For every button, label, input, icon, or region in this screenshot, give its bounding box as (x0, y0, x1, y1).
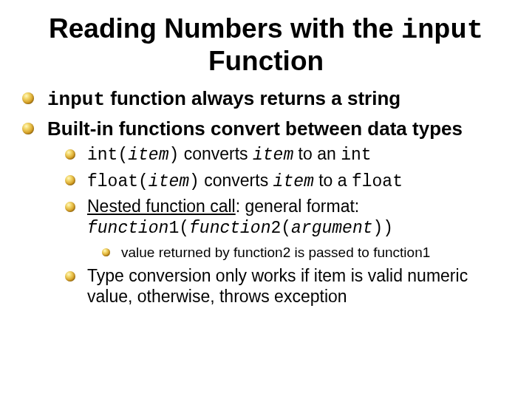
sphere-bullet-icon (65, 202, 75, 212)
list-item-text: value returned by function2 is passed to… (121, 245, 430, 260)
bullet-list: input function always returns a stringBu… (22, 87, 510, 307)
sphere-bullet-icon (65, 271, 75, 282)
sphere-bullet-icon (102, 248, 110, 256)
list-item-text: float(item) converts item to a float (87, 171, 403, 190)
sphere-bullet-icon (65, 175, 75, 185)
title-pre: Reading Numbers with the (49, 13, 401, 44)
list-item: input function always returns a string (22, 87, 510, 112)
list-item-text: int(item) converts item to an int (87, 144, 372, 163)
sub-list: value returned by function2 is passed to… (102, 244, 510, 262)
list-item: Type conversion only works if item is va… (65, 266, 510, 307)
sub-list: int(item) converts item to an intfloat(i… (65, 144, 510, 307)
list-item: Nested function call: general format: fu… (65, 197, 510, 262)
title-post: Function (208, 46, 324, 76)
list-item: Built-in functions convert between data … (22, 117, 510, 307)
sphere-bullet-icon (65, 149, 75, 160)
list-item: int(item) converts item to an int (65, 144, 510, 166)
list-item-text: Type conversion only works if item is va… (87, 266, 468, 306)
sphere-bullet-icon (22, 123, 34, 134)
list-item: float(item) converts item to a float (65, 171, 510, 193)
slide-title: Reading Numbers with the input Function (22, 13, 510, 77)
title-code: input (401, 15, 483, 46)
list-item-text: Built-in functions convert between data … (47, 117, 463, 140)
list-item-text: Nested function call: general format: fu… (87, 197, 393, 236)
sphere-bullet-icon (22, 92, 34, 104)
list-item-text: input function always returns a string (47, 87, 400, 109)
list-item: value returned by function2 is passed to… (102, 244, 510, 262)
